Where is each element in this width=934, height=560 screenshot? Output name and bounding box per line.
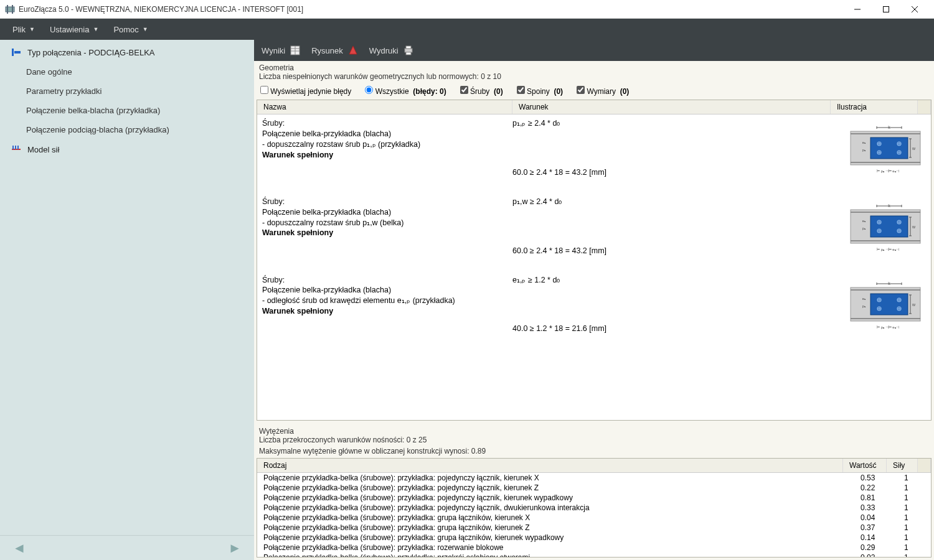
forces-model-icon (11, 144, 21, 154)
wyt-wartosc: 0.37 (861, 523, 904, 532)
close-button[interactable] (900, 0, 929, 19)
wyt-sily: 1 (904, 543, 925, 552)
svg-rect-24 (870, 138, 908, 159)
wytezenia-table: Rodzaj Wartość Siły Połączenie przykładk… (257, 458, 932, 558)
sidebar: Typ połączenia - PODCIĄG-BELKA Dane ogól… (0, 40, 254, 560)
wyt-wartosc: 0.81 (861, 493, 904, 502)
wytezenia-summary2: Maksymalne wytężenie główne w obliczanej… (254, 447, 934, 458)
maximize-button[interactable] (872, 0, 900, 19)
main-panel: Wyniki Rysunek Wydruki Geometria Liczba … (254, 40, 934, 560)
cond-illustration: k w e₁ p₁ ⊢ p₂ ⊣⊢ e₂⊣ (845, 197, 926, 256)
th-ilustracja[interactable]: Ilustracja (831, 100, 918, 114)
wyt-rodzaj: Połączenie przykładka-belka (śrubowe): p… (263, 503, 861, 512)
tree-header-type[interactable]: Typ połączenia - PODCIĄG-BELKA (0, 42, 254, 62)
nav-prev-button[interactable]: ◄ (12, 540, 26, 556)
tree-header-model[interactable]: Model sił (0, 139, 254, 159)
svg-rect-18 (405, 49, 412, 52)
wyt-wartosc: 0.33 (861, 503, 904, 512)
th-rodzaj[interactable]: Rodzaj (257, 459, 843, 472)
caret-icon: ▼ (143, 26, 148, 32)
wytezenie-row[interactable]: Połączenie przykładka-belka (śrubowe): p… (257, 553, 931, 557)
condition-row[interactable]: Śruby:Połączenie belka-przykładka (blach… (257, 271, 931, 350)
cond-name: Śruby:Połączenie belka-przykładka (blach… (262, 118, 512, 178)
th-sily[interactable]: Siły (887, 459, 918, 472)
svg-text:w: w (912, 225, 916, 229)
cond-illustration: k w e₁ p₁ ⊢ p₂ ⊣⊢ e₂⊣ (845, 118, 926, 178)
th-scroll2 (918, 459, 931, 472)
cond-illustration: k w e₁ p₁ ⊢ p₂ ⊣⊢ e₂⊣ (845, 275, 926, 335)
menu-help[interactable]: Pomoc▼ (108, 22, 153, 37)
wyt-rodzaj: Połączenie przykładka-belka (śrubowe): p… (263, 533, 861, 542)
svg-rect-7 (12, 49, 14, 56)
filter-welds[interactable]: Spoiny (0) (517, 86, 563, 96)
caret-icon: ▼ (29, 26, 35, 32)
filter-bolts[interactable]: Śruby (0) (460, 86, 503, 96)
nav-next-button[interactable]: ► (228, 540, 242, 556)
svg-rect-19 (406, 46, 411, 49)
th-nazwa[interactable]: Nazwa (257, 100, 512, 114)
wyt-sily: 1 (904, 493, 925, 502)
wytezenie-row[interactable]: Połączenie przykładka-belka (śrubowe): p… (257, 533, 931, 543)
filter-all[interactable]: Wszystkie (błędy: 0) (365, 86, 446, 96)
filter-dims[interactable]: Wymiary (0) (577, 86, 629, 96)
wytezenie-row[interactable]: Połączenie przykładka-belka (śrubowe): p… (257, 543, 931, 553)
tree-item-params[interactable]: Parametry przykładki (0, 82, 254, 101)
svg-rect-2 (12, 5, 13, 14)
tree-item-beam-plate[interactable]: Połączenie belka-blacha (przykładka) (0, 101, 254, 120)
geometria-table: Nazwa Warunek Ilustracja Śruby:Połączeni… (257, 100, 932, 421)
tb-drawing[interactable]: Rysunek (311, 45, 358, 55)
tree-header-label: Model sił (27, 145, 59, 154)
wytezenie-row[interactable]: Połączenie przykładka-belka (śrubowe): p… (257, 473, 931, 483)
geometria-tbody[interactable]: Śruby:Połączenie belka-przykładka (blach… (257, 114, 931, 420)
menubar: Plik▼ Ustawienia▼ Pomoc▼ (0, 19, 934, 40)
svg-text:⊢ p₂ ⊣⊢ e₂⊣: ⊢ p₂ ⊣⊢ e₂⊣ (877, 248, 899, 251)
tree-header-label: Typ połączenia - PODCIĄG-BELKA (27, 48, 154, 57)
wyt-wartosc: 0.04 (861, 513, 904, 522)
svg-rect-66 (870, 294, 908, 315)
cond-expr: p₁,ₚ ≥ 2.4 * d₀60.0 ≥ 2.4 * 18 = 43.2 [m… (512, 118, 845, 178)
titlebar: EuroZłącza 5.0 - WEWNĘTRZNA, NIEKOMERCYJ… (0, 0, 934, 19)
geometria-filters: Wyświetlaj jedynie błędy Wszystkie (błęd… (254, 83, 934, 100)
wyt-rodzaj: Połączenie przykładka-belka (śrubowe): p… (263, 483, 861, 492)
wyt-sily: 1 (904, 503, 925, 512)
menu-file[interactable]: Plik▼ (7, 22, 40, 37)
svg-rect-4 (884, 6, 889, 12)
tb-prints[interactable]: Wydruki (369, 45, 413, 55)
wytezenie-row[interactable]: Połączenie przykładka-belka (śrubowe): p… (257, 493, 931, 503)
wyt-sily: 1 (904, 523, 925, 532)
geometria-summary: Liczba niespełnionych warunków geometryc… (254, 72, 934, 83)
wytezenia-tbody[interactable]: Połączenie przykładka-belka (śrubowe): p… (257, 473, 931, 557)
minimize-button[interactable] (843, 0, 872, 19)
svg-text:w: w (912, 302, 916, 307)
wyt-sily: 1 (904, 533, 925, 542)
section-geometria: Geometria (254, 61, 934, 72)
tb-results[interactable]: Wyniki (262, 45, 300, 55)
condition-row[interactable]: Śruby:Połączenie belka-przykładka (blach… (257, 114, 931, 193)
svg-rect-1 (7, 5, 8, 14)
wyt-rodzaj: Połączenie przykładka-belka (śrubowe): p… (263, 523, 861, 532)
wyt-rodzaj: Połączenie przykładka-belka (śrubowe): p… (263, 493, 861, 502)
condition-row[interactable]: Śruby:Połączenie belka-przykładka (blach… (257, 193, 931, 271)
filter-errors-only[interactable]: Wyświetlaj jedynie błędy (260, 86, 351, 96)
tree-item-general[interactable]: Dane ogólne (0, 62, 254, 82)
wyt-rodzaj: Połączenie przykładka-belka (śrubowe): p… (263, 474, 861, 482)
svg-marker-17 (349, 46, 357, 54)
svg-rect-12 (17, 146, 19, 149)
th-warunek[interactable]: Warunek (512, 100, 831, 114)
menu-settings[interactable]: Ustawienia▼ (45, 22, 104, 37)
wytezenie-row[interactable]: Połączenie przykładka-belka (śrubowe): p… (257, 483, 931, 493)
svg-rect-45 (870, 216, 908, 237)
wytezenia-summary1: Liczba przekroczonych warunków nośności:… (254, 436, 934, 447)
wytezenie-row[interactable]: Połączenie przykładka-belka (śrubowe): p… (257, 523, 931, 533)
wytezenie-row[interactable]: Połączenie przykładka-belka (śrubowe): p… (257, 503, 931, 513)
wytezenie-row[interactable]: Połączenie przykładka-belka (śrubowe): p… (257, 513, 931, 523)
wyt-rodzaj: Połączenie przykładka-belka (śrubowe): p… (263, 553, 861, 557)
caret-icon: ▼ (93, 26, 98, 32)
wyt-wartosc: 0.22 (861, 483, 904, 492)
th-wartosc[interactable]: Wartość (843, 459, 887, 472)
svg-rect-10 (12, 146, 14, 149)
drawing-icon (348, 45, 358, 55)
wyt-sily: 1 (904, 553, 925, 557)
tree-item-girder-plate[interactable]: Połączenie podciąg-blacha (przykładka) (0, 120, 254, 139)
table-icon (290, 45, 300, 55)
